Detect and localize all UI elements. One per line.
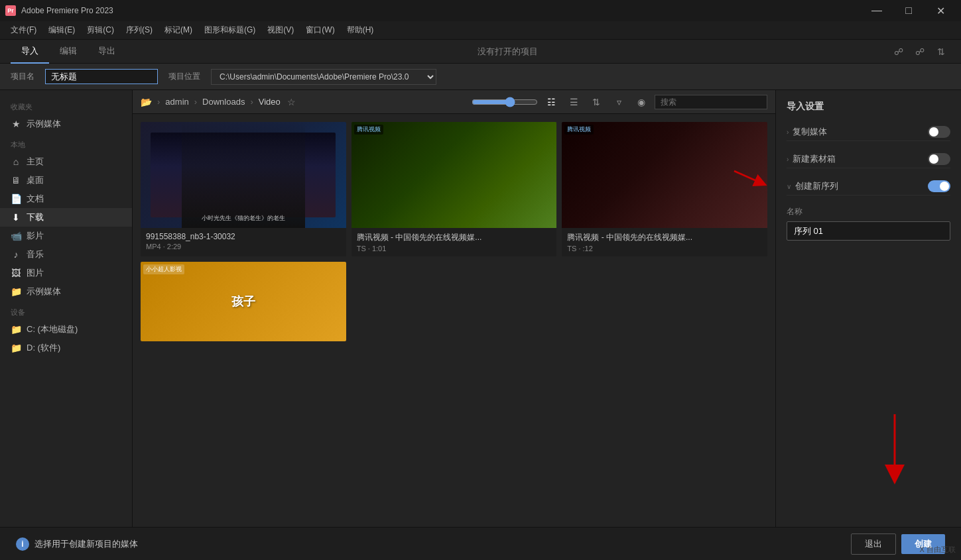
media-thumb-4: 小小超人影视 孩子 — [141, 262, 346, 341]
project-name-input[interactable] — [45, 69, 158, 84]
menu-item[interactable]: 帮助(H) — [342, 23, 379, 37]
toggle-new-bin[interactable] — [928, 153, 950, 165]
setting-row-new-bin: › 新建素材箱 — [787, 150, 950, 168]
navtabs: 导入 编辑 导出 没有打开的项目 ☍ ☍ ⇅ — [0, 40, 961, 64]
app-icon: Pr — [5, 5, 16, 16]
menu-item[interactable]: 序列(S) — [121, 23, 158, 37]
sidebar-item-favorites-media[interactable]: ★ 示例媒体 — [0, 115, 132, 133]
sidebar-item-downloads[interactable]: ⬇ 下载 — [0, 208, 132, 227]
toggle-copy-media[interactable] — [928, 126, 950, 138]
nav-right-buttons: ☍ ☍ ⇅ — [889, 42, 950, 61]
media-title-2: 腾讯视频 - 中国领先的在线视频媒... — [357, 232, 552, 243]
breadcrumb-downloads[interactable]: Downloads — [202, 97, 245, 107]
media-card-1[interactable]: 小时光先生《猫的老生》的老生 991558388_nb3-1-30032 MP4… — [141, 122, 346, 256]
download-icon: ⬇ — [11, 212, 21, 223]
sidebar-item-music[interactable]: ♪ 音乐 — [0, 245, 132, 264]
filter-button[interactable]: ▿ — [609, 93, 628, 111]
breadcrumb-sep-1: › — [157, 97, 160, 107]
main-area: 收藏夹 ★ 示例媒体 本地 ⌂ 主页 🖥 桌面 📄 文档 ⬇ 下载 📹 影片 ♪… — [0, 90, 961, 527]
zoom-slider[interactable] — [472, 97, 538, 107]
menu-item[interactable]: 图形和标题(G) — [199, 23, 261, 37]
sidebar-item-label: 桌面 — [27, 174, 44, 186]
info-icon: i — [16, 537, 29, 551]
sequence-name-label: 名称 — [787, 206, 950, 217]
setting-row-copy-media: › 复制媒体 — [787, 123, 950, 141]
sidebar-item-drive-c[interactable]: 📁 C: (本地磁盘) — [0, 320, 132, 339]
minimize-button[interactable]: — — [862, 0, 892, 21]
nav-icon-btn-1[interactable]: ☍ — [889, 42, 908, 61]
breadcrumb-folder-icon: 📂 — [141, 97, 152, 107]
breadcrumb-sep-2: › — [194, 97, 197, 107]
sidebar-item-documents[interactable]: 📄 文档 — [0, 190, 132, 208]
nav-icon-btn-2[interactable]: ☍ — [911, 42, 929, 61]
breadcrumb-sep-3: › — [250, 97, 253, 107]
menu-item[interactable]: 标记(M) — [159, 23, 198, 37]
sidebar-item-label: 图片 — [27, 267, 44, 279]
media-meta-2: TS · 1:01 — [357, 245, 552, 252]
home-icon: ⌂ — [11, 156, 21, 167]
media-card-2[interactable]: 腾讯视频 腾讯视频 - 中国领先的在线视频媒... TS · 1:01 — [352, 122, 557, 256]
search-input[interactable] — [655, 95, 767, 109]
star-icon: ★ — [11, 119, 21, 129]
media-meta-3: TS · :12 — [567, 245, 762, 252]
watermark: X 自由互联 — [920, 545, 956, 555]
breadcrumb-admin[interactable]: admin — [165, 97, 188, 107]
media-title-1: 991558388_nb3-1-30032 — [146, 232, 341, 241]
project-location-label: 项目位置 — [168, 71, 200, 82]
cancel-button[interactable]: 退出 — [851, 533, 896, 555]
app-title: Adobe Premiere Pro 2023 — [21, 6, 856, 15]
sidebar-item-label: C: (本地磁盘) — [27, 323, 78, 335]
chevron-new-bin: › — [787, 156, 789, 163]
view-grid-button[interactable]: ☷ — [542, 93, 560, 111]
setting-label-new-bin: › 新建素材箱 — [787, 153, 836, 165]
sidebar-item-sample-media[interactable]: 📁 示例媒体 — [0, 282, 132, 301]
setting-label-copy-media: › 复制媒体 — [787, 126, 827, 138]
media-thumb-1: 小时光先生《猫的老生》的老生 — [141, 122, 346, 228]
sidebar-item-pictures[interactable]: 🖼 图片 — [0, 264, 132, 282]
menu-item[interactable]: 视图(V) — [262, 23, 299, 37]
maximize-button[interactable]: □ — [893, 0, 924, 21]
info-text: 选择用于创建新项目的媒体 — [34, 538, 138, 550]
sidebar-devices-label: 设备 — [0, 301, 132, 320]
close-button[interactable]: ✕ — [925, 0, 956, 21]
breadcrumb-video[interactable]: Video — [259, 97, 281, 107]
tab-edit[interactable]: 编辑 — [49, 40, 88, 64]
bottombar: i 选择用于创建新项目的媒体 退出 创建 — [0, 527, 961, 560]
chevron-create-sequence: ∨ — [787, 183, 791, 190]
drive-c-icon: 📁 — [11, 324, 21, 335]
sort-button[interactable]: ⇅ — [587, 93, 606, 111]
sequence-name-input[interactable] — [787, 221, 950, 241]
sidebar-item-movies[interactable]: 📹 影片 — [0, 227, 132, 245]
visibility-button[interactable]: ◉ — [632, 93, 651, 111]
folder-icon: 📁 — [11, 286, 21, 297]
favorite-star-icon[interactable]: ☆ — [287, 97, 296, 107]
setting-row-create-sequence: ∨ 创建新序列 — [787, 178, 950, 196]
desktop-icon: 🖥 — [11, 175, 21, 186]
media-card-3[interactable]: 腾讯视频 腾讯视频 - 中国领先的在线视频媒... TS · :12 — [562, 122, 767, 256]
movie-icon: 📹 — [11, 231, 21, 241]
nav-icon-btn-3[interactable]: ⇅ — [932, 42, 950, 61]
project-location-select[interactable]: C:\Users\admin\Documents\Adobe\Premiere … — [211, 69, 436, 85]
toggle-create-sequence[interactable] — [928, 180, 950, 192]
tab-import[interactable]: 导入 — [11, 40, 49, 64]
music-icon: ♪ — [11, 249, 21, 260]
sidebar-item-label: 音乐 — [27, 249, 44, 260]
tab-export[interactable]: 导出 — [88, 40, 126, 64]
view-list-button[interactable]: ☰ — [564, 93, 583, 111]
menu-item[interactable]: 剪辑(C) — [82, 23, 119, 37]
sidebar-item-label: 下载 — [27, 211, 44, 223]
media-card-4[interactable]: 小小超人影视 孩子 — [141, 262, 346, 341]
sidebar-item-home[interactable]: ⌂ 主页 — [0, 152, 132, 171]
menu-item[interactable]: 编辑(E) — [43, 23, 80, 37]
sidebar-item-label: D: (软件) — [27, 342, 60, 354]
sidebar: 收藏夹 ★ 示例媒体 本地 ⌂ 主页 🖥 桌面 📄 文档 ⬇ 下载 📹 影片 ♪… — [0, 90, 133, 527]
menubar: 文件(F)编辑(E)剪辑(C)序列(S)标记(M)图形和标题(G)视图(V)窗口… — [0, 21, 961, 40]
sidebar-favorites-label: 收藏夹 — [0, 95, 132, 115]
titlebar: Pr Adobe Premiere Pro 2023 — □ ✕ — [0, 0, 961, 21]
sidebar-item-desktop[interactable]: 🖥 桌面 — [0, 171, 132, 190]
sidebar-item-drive-d[interactable]: 📁 D: (软件) — [0, 339, 132, 357]
menu-item[interactable]: 文件(F) — [5, 23, 42, 37]
menu-item[interactable]: 窗口(W) — [300, 23, 340, 37]
sidebar-item-label: 文档 — [27, 193, 44, 205]
sidebar-item-label: 示例媒体 — [27, 118, 61, 130]
